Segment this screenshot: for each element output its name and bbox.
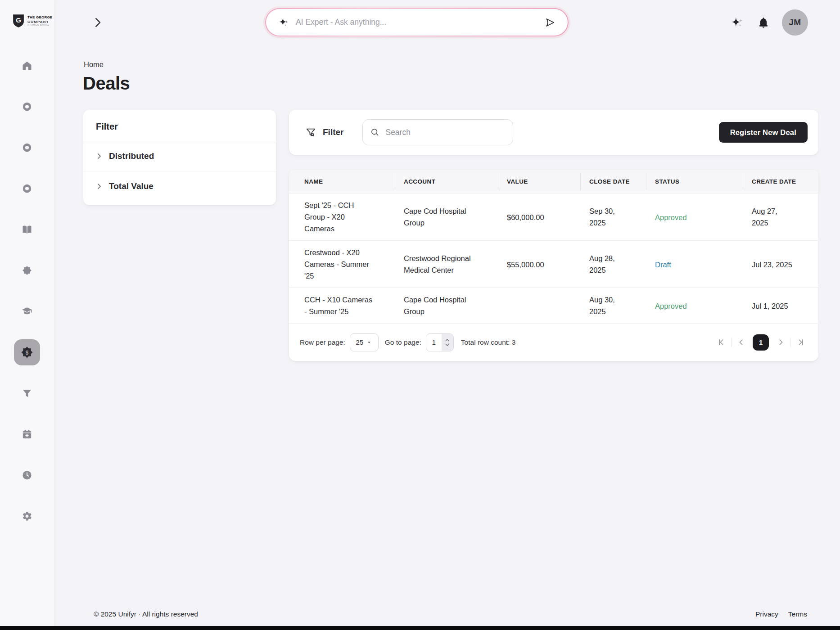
sidebar-item-disc-3[interactable] xyxy=(14,176,40,202)
sidebar-item-library[interactable] xyxy=(14,216,40,243)
cell-close-date: Aug 30, 2025 xyxy=(580,288,646,323)
sidebar: G THE GEORGE COMPANY A TAMCO BRAND xyxy=(0,0,54,630)
search-icon xyxy=(370,127,380,137)
sidebar-item-history[interactable] xyxy=(14,462,40,488)
home-icon xyxy=(22,60,32,71)
filter-section-label: Distributed xyxy=(109,151,154,161)
sidebar-item-calendar[interactable] xyxy=(14,421,40,447)
ai-expert-input[interactable] xyxy=(296,18,544,27)
disc-icon xyxy=(22,183,32,194)
badge-dollar-icon: $ xyxy=(20,346,34,359)
sidebar-item-settings[interactable] xyxy=(14,503,40,529)
sidebar-item-training[interactable] xyxy=(14,298,40,324)
page-title: Deals xyxy=(83,73,130,94)
column-header-value[interactable]: VALUE xyxy=(498,170,580,193)
bell-icon xyxy=(757,16,770,29)
table-row[interactable]: Sept '25 - CCH Group - X20 Cameras Cape … xyxy=(289,193,818,240)
user-avatar[interactable]: JM xyxy=(782,9,808,36)
sidebar-item-home[interactable] xyxy=(14,53,40,79)
sidebar-item-disc-1[interactable] xyxy=(14,94,40,120)
sidebar-item-badge[interactable] xyxy=(14,257,40,284)
sidebar-item-disc-2[interactable] xyxy=(14,135,40,161)
terms-link[interactable]: Terms xyxy=(788,610,807,618)
column-header-name[interactable]: NAME xyxy=(289,170,395,193)
cell-create-date: Jul 1, 2025 xyxy=(743,293,818,318)
filter-panel: Filter Distributed Total Value xyxy=(83,110,276,205)
goto-page-input[interactable] xyxy=(426,334,442,351)
cell-status: Approved xyxy=(646,205,743,229)
disc-icon xyxy=(22,101,32,112)
company-logo[interactable]: G THE GEORGE COMPANY A TAMCO BRAND xyxy=(12,14,52,28)
bottom-bar xyxy=(0,626,840,630)
chevron-right-icon xyxy=(91,16,104,29)
privacy-link[interactable]: Privacy xyxy=(755,610,778,618)
chevron-right-icon xyxy=(95,152,103,160)
rows-per-page-value: 25 xyxy=(356,338,363,346)
cell-value: $60,000.00 xyxy=(498,205,580,229)
ai-sparkles-button[interactable] xyxy=(730,15,745,30)
column-header-create-date[interactable]: CREATE DATE xyxy=(743,170,818,193)
goto-page-field xyxy=(426,333,454,351)
filter-section-distributed[interactable]: Distributed xyxy=(83,141,276,171)
table-filter-button[interactable]: Filter xyxy=(305,127,343,138)
svg-text:$: $ xyxy=(26,350,29,356)
cell-status: Approved xyxy=(646,293,743,318)
breadcrumb-home[interactable]: Home xyxy=(84,60,104,69)
register-new-deal-button[interactable]: Register New Deal xyxy=(719,122,808,143)
filter-panel-title: Filter xyxy=(83,110,276,141)
next-page-button[interactable] xyxy=(772,334,789,351)
column-header-close-date[interactable]: CLOSE DATE xyxy=(580,170,646,193)
clock-icon xyxy=(22,470,32,481)
sparkles-icon xyxy=(730,15,745,30)
table-search-input[interactable] xyxy=(385,128,506,137)
table-toolbar: Filter Register New Deal xyxy=(289,110,818,155)
table-row[interactable]: Crestwood - X20 Cameras - Summer '25 Cre… xyxy=(289,240,818,288)
column-header-status[interactable]: STATUS xyxy=(646,170,743,193)
chevron-right-icon xyxy=(95,182,103,190)
chevron-right-icon xyxy=(776,338,786,347)
disc-icon xyxy=(22,142,32,153)
previous-page-button[interactable] xyxy=(733,334,749,351)
filter-section-total-value[interactable]: Total Value xyxy=(83,171,276,201)
current-page-button[interactable]: 1 xyxy=(753,334,769,351)
deals-table: NAME ACCOUNT VALUE CLOSE DATE STATUS CRE… xyxy=(289,170,818,361)
table-search xyxy=(362,119,513,145)
first-page-button[interactable] xyxy=(713,334,729,351)
shield-logo-icon: G xyxy=(12,14,25,28)
cell-account: Cape Cod Hospital Group xyxy=(395,199,498,234)
sparkle-icon xyxy=(278,17,289,28)
logo-line3: A TAMCO BRAND xyxy=(27,24,52,27)
cell-value: $55,000.00 xyxy=(498,252,580,276)
chevron-up-icon xyxy=(444,338,450,342)
send-icon[interactable] xyxy=(544,17,556,28)
notifications-button[interactable] xyxy=(756,15,771,30)
goto-page-stepper[interactable] xyxy=(442,334,453,351)
last-page-button[interactable] xyxy=(792,334,808,351)
copyright-text: © 2025 Unifyr · All rights reserved xyxy=(94,610,198,618)
table-row[interactable]: CCH - X10 Cameras - Summer '25 Cape Cod … xyxy=(289,288,818,323)
cell-close-date: Sep 30, 2025 xyxy=(580,199,646,234)
funnel-icon xyxy=(22,388,32,399)
table-body: Sept '25 - CCH Group - X20 Cameras Cape … xyxy=(289,193,818,323)
svg-text:G: G xyxy=(16,16,21,24)
chevrons-first-icon xyxy=(717,338,726,347)
topbar-actions: JM xyxy=(730,9,808,36)
cell-account: Cape Cod Hospital Group xyxy=(395,288,498,323)
footer: © 2025 Unifyr · All rights reserved Priv… xyxy=(94,610,807,618)
sidebar-item-deals[interactable]: $ xyxy=(14,339,40,365)
logo-line1: THE GEORGE xyxy=(27,15,52,19)
rows-per-page-select[interactable]: 25 xyxy=(350,333,379,351)
sidebar-expand-button[interactable] xyxy=(91,16,104,29)
rows-per-page-label: Row per page: xyxy=(300,338,345,346)
graduation-cap-icon xyxy=(22,306,32,317)
cell-status: Draft xyxy=(646,252,743,276)
chevrons-last-icon xyxy=(796,338,805,347)
sidebar-nav: $ xyxy=(0,53,54,529)
table-pagination: Row per page: 25 Go to page: Total row c… xyxy=(289,323,818,361)
cell-create-date: Aug 27, 2025 xyxy=(743,199,818,234)
funnel-search-icon xyxy=(305,127,316,138)
cell-account: Crestwood Regional Medical Center xyxy=(395,247,498,282)
column-header-account[interactable]: ACCOUNT xyxy=(395,170,498,193)
sidebar-item-filter[interactable] xyxy=(14,380,40,406)
calendar-plus-icon xyxy=(22,429,32,440)
